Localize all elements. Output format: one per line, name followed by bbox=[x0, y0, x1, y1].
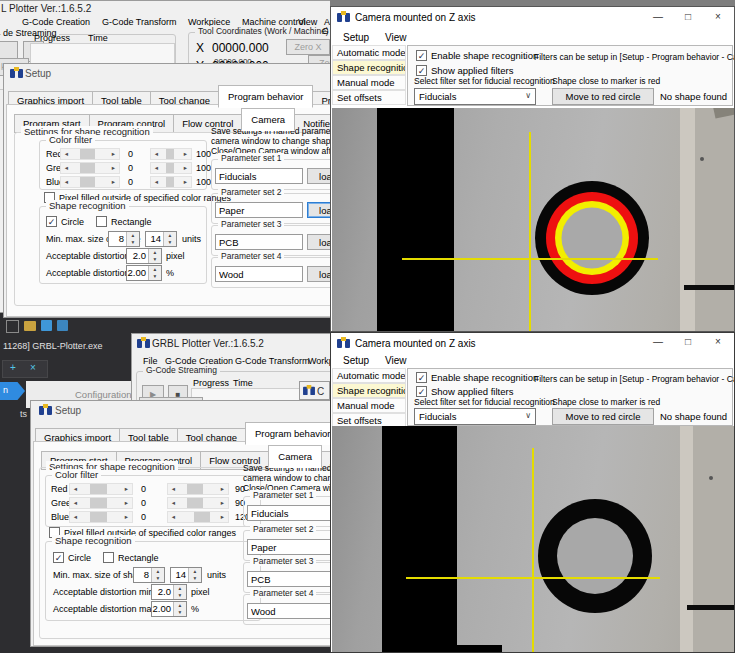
checkbox-unchecked[interactable] bbox=[103, 552, 114, 563]
checkbox-checked-icon[interactable]: ✓ bbox=[46, 216, 57, 227]
parameter-set-3-input[interactable] bbox=[247, 571, 339, 587]
size-max-spinner[interactable]: 14▴▾ bbox=[145, 231, 177, 247]
red-min-scrollbar[interactable]: ◂▸ bbox=[60, 148, 120, 160]
camera-view-bottom[interactable] bbox=[332, 426, 734, 653]
rectangle-checkbox[interactable]: Rectangle bbox=[96, 216, 152, 227]
scroll-right-icon[interactable]: ▸ bbox=[108, 163, 119, 173]
window-title[interactable]: L Plotter Ver.:1.6.5.2 bbox=[1, 3, 91, 14]
green-max-scrollbar[interactable]: ◂▸ bbox=[167, 497, 229, 509]
sidebar-item-set-offsets[interactable]: Set offsets bbox=[332, 90, 406, 105]
menu-view[interactable]: View bbox=[385, 32, 407, 43]
scrollbar-thumb[interactable] bbox=[90, 498, 107, 508]
scrollbar-thumb[interactable] bbox=[90, 484, 107, 494]
vs-breadcrumb-arrow[interactable]: n bbox=[0, 382, 25, 400]
spin-up-icon[interactable]: ▴ bbox=[149, 266, 161, 273]
spin-down-icon[interactable]: ▾ bbox=[149, 273, 161, 280]
red-min-scrollbar[interactable]: ◂▸ bbox=[69, 483, 133, 495]
red-max-scrollbar[interactable]: ◂▸ bbox=[167, 483, 229, 495]
distortion-min-spinner[interactable]: 2.0▴▾ bbox=[151, 584, 187, 600]
parameter-set-2-input[interactable] bbox=[215, 202, 303, 218]
scrollbar-thumb[interactable] bbox=[194, 512, 210, 522]
spin-up-icon[interactable]: ▴ bbox=[189, 568, 201, 575]
tab-program-behavior[interactable]: Program behavior bbox=[245, 422, 341, 445]
blue-max-scrollbar[interactable]: ◂▸ bbox=[167, 511, 229, 523]
checkbox-unchecked[interactable] bbox=[96, 216, 107, 227]
spin-up-icon[interactable]: ▴ bbox=[127, 232, 139, 239]
scroll-right-icon[interactable]: ▸ bbox=[121, 484, 132, 494]
setup-title[interactable]: Setup bbox=[25, 68, 51, 79]
spin-down-icon[interactable]: ▾ bbox=[152, 575, 164, 582]
filter-set-dropdown[interactable]: Fiducials∨ bbox=[414, 408, 536, 425]
checkbox-checked-icon[interactable]: ✓ bbox=[53, 552, 64, 563]
pin-icon[interactable]: + bbox=[10, 362, 16, 373]
move-to-red-circle-button[interactable]: Move to red circle bbox=[552, 88, 654, 105]
sidebar-item-manual-mode[interactable]: Manual mode bbox=[332, 398, 406, 413]
green-max-scrollbar[interactable]: ◂▸ bbox=[150, 162, 192, 174]
scroll-right-icon[interactable]: ▸ bbox=[217, 512, 228, 522]
subtab-camera[interactable]: Camera bbox=[268, 445, 322, 468]
checkbox-checked-icon[interactable]: ✓ bbox=[416, 65, 427, 76]
scroll-left-icon[interactable]: ◂ bbox=[70, 512, 81, 522]
scroll-right-icon[interactable]: ▸ bbox=[108, 149, 119, 159]
spin-up-icon[interactable]: ▴ bbox=[174, 585, 186, 592]
tab-program-behavior[interactable]: Program behavior bbox=[218, 85, 314, 108]
scrollbar-thumb[interactable] bbox=[80, 163, 95, 173]
spin-down-icon[interactable]: ▾ bbox=[164, 239, 176, 246]
scroll-right-icon[interactable]: ▸ bbox=[217, 484, 228, 494]
spin-up-icon[interactable]: ▴ bbox=[149, 249, 161, 256]
scroll-right-icon[interactable]: ▸ bbox=[108, 177, 119, 187]
save-all-icon[interactable] bbox=[57, 320, 68, 331]
title-bar[interactable]: Camera mounted on Z axis — □ × bbox=[331, 7, 734, 28]
scroll-left-icon[interactable]: ◂ bbox=[70, 498, 81, 508]
scroll-right-icon[interactable]: ▸ bbox=[121, 498, 132, 508]
scroll-right-icon[interactable]: ▸ bbox=[180, 149, 191, 159]
scroll-left-icon[interactable]: ◂ bbox=[61, 177, 72, 187]
camera-view-top[interactable] bbox=[332, 108, 734, 332]
scroll-right-icon[interactable]: ▸ bbox=[217, 498, 228, 508]
menu-gcode-transform[interactable]: G-Code Transform bbox=[235, 356, 310, 366]
open-folder-icon[interactable] bbox=[24, 321, 36, 331]
close-icon[interactable]: × bbox=[704, 9, 732, 26]
title-bar[interactable]: Camera mounted on Z axis — □ × bbox=[331, 333, 734, 353]
scroll-left-icon[interactable]: ◂ bbox=[61, 163, 72, 173]
scroll-right-icon[interactable]: ▸ bbox=[180, 177, 191, 187]
parameter-set-1-input[interactable] bbox=[247, 505, 339, 521]
enable-shape-recognition-checkbox[interactable]: ✓Enable shape recognition bbox=[416, 50, 538, 61]
scrollbar-thumb[interactable] bbox=[90, 512, 107, 522]
window-title[interactable]: GRBL Plotter Ver.:1.6.5.2 bbox=[152, 338, 264, 349]
rectangle-checkbox[interactable]: Rectangle bbox=[103, 552, 159, 563]
maximize-icon[interactable]: □ bbox=[674, 9, 702, 26]
spin-up-icon[interactable]: ▴ bbox=[152, 568, 164, 575]
minimize-icon[interactable]: — bbox=[644, 9, 672, 26]
spin-down-icon[interactable]: ▾ bbox=[149, 256, 161, 263]
checkbox-checked-icon[interactable]: ✓ bbox=[416, 50, 427, 61]
spin-down-icon[interactable]: ▾ bbox=[127, 239, 139, 246]
size-min-spinner[interactable]: 8▴▾ bbox=[133, 567, 165, 583]
sidebar-item-manual-mode[interactable]: Manual mode bbox=[332, 75, 406, 90]
move-to-red-circle-button[interactable]: Move to red circle bbox=[552, 408, 654, 425]
spin-up-icon[interactable]: ▴ bbox=[164, 232, 176, 239]
parameter-set-4-input[interactable] bbox=[247, 603, 339, 619]
scroll-right-icon[interactable]: ▸ bbox=[121, 512, 132, 522]
scroll-left-icon[interactable]: ◂ bbox=[151, 149, 162, 159]
vs-document-tab[interactable]: + × bbox=[2, 360, 48, 378]
distortion-max-spinner[interactable]: 2.00▴▾ bbox=[126, 265, 162, 281]
subtab-camera[interactable]: Camera bbox=[241, 108, 295, 131]
menu-setup[interactable]: Setup bbox=[343, 32, 369, 43]
show-applied-filters-checkbox[interactable]: ✓Show applied filters bbox=[416, 386, 513, 397]
size-max-spinner[interactable]: 14▴▾ bbox=[170, 567, 202, 583]
sidebar-item-shape-recognition[interactable]: Shape recognition bbox=[332, 383, 406, 398]
menu-gcode-transform[interactable]: G-Code Transform bbox=[102, 17, 177, 27]
close-icon[interactable]: × bbox=[30, 362, 36, 373]
scroll-left-icon[interactable]: ◂ bbox=[168, 498, 179, 508]
sidebar-item-automatic-mode[interactable]: Automatic mode bbox=[332, 368, 406, 383]
blue-min-scrollbar[interactable]: ◂▸ bbox=[69, 511, 133, 523]
parameter-set-2-input[interactable] bbox=[247, 539, 339, 555]
scroll-left-icon[interactable]: ◂ bbox=[168, 484, 179, 494]
minimize-icon[interactable]: — bbox=[644, 334, 672, 351]
parameter-set-4-input[interactable] bbox=[215, 266, 303, 282]
parameter-set-1-input[interactable] bbox=[215, 168, 303, 184]
spin-down-icon[interactable]: ▾ bbox=[174, 592, 186, 599]
blue-max-scrollbar[interactable]: ◂▸ bbox=[150, 176, 192, 188]
green-min-scrollbar[interactable]: ◂▸ bbox=[69, 497, 133, 509]
